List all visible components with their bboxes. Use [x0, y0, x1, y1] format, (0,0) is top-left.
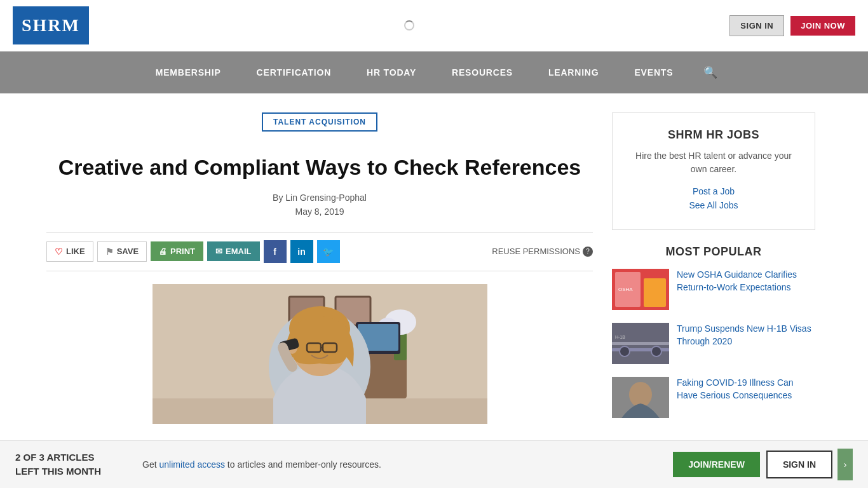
- sidebar: SHRM HR JOBS Hire the best HR talent or …: [612, 112, 815, 431]
- reuse-permissions[interactable]: REUSE PERMISSIONS ?: [492, 247, 593, 257]
- bottom-bar: 2 OF 3 ARTICLESLEFT THIS MONTH Get unlim…: [0, 440, 868, 488]
- bottom-bar-message: Get unlimited access to articles and mem…: [130, 459, 673, 470]
- header-actions: SIGN IN JOIN NOW: [729, 15, 855, 36]
- nav-item-hr-today[interactable]: HR TODAY: [349, 53, 434, 92]
- nav-item-events[interactable]: EVENTS: [616, 53, 691, 92]
- save-button[interactable]: ⚑ SAVE: [97, 241, 147, 262]
- linkedin-icon: in: [297, 247, 305, 257]
- main-content: TALENT ACQUISITION Creative and Complian…: [34, 93, 834, 450]
- like-label: LIKE: [66, 247, 85, 256]
- article-author: By Lin Grensing-Pophal: [46, 191, 593, 205]
- article-title: Creative and Compliant Ways to Check Ref…: [46, 154, 593, 180]
- logo-text: SHRM: [22, 15, 80, 36]
- collapse-bar-button[interactable]: ›: [837, 449, 853, 480]
- article-date: May 8, 2019: [46, 205, 593, 219]
- unlimited-access-link[interactable]: unlimited access: [159, 459, 225, 470]
- popular-thumb-3: [612, 377, 669, 418]
- post-job-link[interactable]: Post a Job: [628, 186, 799, 196]
- search-icon[interactable]: 🔍: [691, 51, 730, 93]
- article-meta: By Lin Grensing-Pophal May 8, 2019: [46, 191, 593, 219]
- nav-item-resources[interactable]: RESOURCES: [434, 53, 531, 92]
- bottom-bar-prefix: Get: [142, 459, 159, 470]
- thumb-image-1: OSHA: [612, 269, 669, 310]
- join-now-button[interactable]: JOIN NOW: [790, 16, 855, 36]
- bottom-sign-in-button[interactable]: SIGN IN: [766, 451, 832, 478]
- article-image: [153, 284, 487, 424]
- nav-item-learning[interactable]: LEARNING: [531, 53, 617, 92]
- twitter-share-button[interactable]: 🐦: [317, 240, 340, 263]
- nav-item-certification[interactable]: CERTIFICATION: [239, 53, 349, 92]
- bookmark-icon: ⚑: [105, 247, 114, 257]
- articles-remaining: 2 OF 3 ARTICLESLEFT THIS MONTH: [15, 451, 130, 478]
- svg-text:H-1B: H-1B: [615, 335, 625, 339]
- most-popular-title: MOST POPULAR: [612, 245, 815, 259]
- article-area: TALENT ACQUISITION Creative and Complian…: [46, 112, 593, 431]
- svg-rect-20: [644, 278, 666, 307]
- chevron-right-icon: ›: [844, 459, 847, 470]
- svg-point-25: [620, 346, 630, 356]
- email-button[interactable]: ✉ EMAIL: [207, 241, 259, 261]
- save-label: SAVE: [117, 247, 139, 256]
- bottom-bar-suffix: to articles and member-only resources.: [225, 459, 381, 470]
- bottom-bar-actions: JOIN/RENEW SIGN IN: [673, 451, 832, 478]
- email-label: EMAIL: [226, 247, 251, 256]
- help-icon: ?: [583, 247, 593, 257]
- page-header: SHRM SIGN IN JOIN NOW: [0, 0, 868, 51]
- twitter-icon: 🐦: [323, 247, 334, 257]
- see-all-jobs-link[interactable]: See All Jobs: [628, 200, 799, 210]
- popular-item-1: OSHA New OSHA Guidance Clarifies Return-…: [612, 269, 815, 310]
- print-label: PRINT: [170, 247, 195, 256]
- shrm-logo[interactable]: SHRM: [13, 6, 89, 44]
- popular-item-2: H-1B Trump Suspends New H-1B Visas Throu…: [612, 323, 815, 364]
- sidebar-jobs-desc: Hire the best HR talent or advance your …: [628, 149, 799, 176]
- article-tag[interactable]: TALENT ACQUISITION: [262, 112, 377, 132]
- loading-spinner: [404, 20, 414, 30]
- popular-thumb-2: H-1B: [612, 323, 669, 364]
- join-renew-button[interactable]: JOIN/RENEW: [673, 452, 760, 477]
- linkedin-share-button[interactable]: in: [290, 240, 313, 263]
- sidebar-jobs-title: SHRM HR JOBS: [628, 128, 799, 142]
- action-bar: ♡ LIKE ⚑ SAVE 🖨 PRINT ✉ EMAIL f in: [46, 232, 593, 271]
- facebook-icon: f: [273, 247, 276, 257]
- nav-items: MEMBERSHIP CERTIFICATION HR TODAY RESOUR…: [138, 51, 731, 93]
- article-image-inner: [153, 284, 487, 424]
- most-popular-section: MOST POPULAR OSHA New OSHA Guidance Clar…: [612, 245, 815, 418]
- print-button[interactable]: 🖨 PRINT: [151, 241, 203, 261]
- article-illustration: [153, 284, 487, 424]
- thumb-image-3: [612, 377, 669, 418]
- popular-item-3-title[interactable]: Faking COVID-19 Illness Can Have Serious…: [677, 377, 815, 402]
- popular-item-2-title[interactable]: Trump Suspends New H-1B Visas Through 20…: [677, 323, 815, 348]
- facebook-share-button[interactable]: f: [264, 240, 287, 263]
- popular-thumb-1: OSHA: [612, 269, 669, 310]
- heart-icon: ♡: [55, 247, 63, 257]
- sign-in-button[interactable]: SIGN IN: [729, 15, 784, 36]
- like-button[interactable]: ♡ LIKE: [46, 241, 93, 262]
- popular-item-3: Faking COVID-19 Illness Can Have Serious…: [612, 377, 815, 418]
- reuse-label: REUSE PERMISSIONS: [492, 247, 580, 256]
- thumb-image-2: H-1B: [612, 323, 669, 364]
- svg-text:OSHA: OSHA: [618, 287, 633, 292]
- sidebar-jobs-widget: SHRM HR JOBS Hire the best HR talent or …: [612, 112, 815, 230]
- nav-item-membership[interactable]: MEMBERSHIP: [138, 53, 239, 92]
- articles-count-text: 2 OF 3 ARTICLESLEFT THIS MONTH: [15, 451, 130, 478]
- print-icon: 🖨: [159, 247, 167, 256]
- svg-rect-23: [612, 342, 669, 345]
- popular-item-1-title[interactable]: New OSHA Guidance Clarifies Return-to-Wo…: [677, 269, 815, 294]
- main-nav: MEMBERSHIP CERTIFICATION HR TODAY RESOUR…: [0, 51, 868, 93]
- svg-point-26: [651, 346, 661, 356]
- articles-count-highlight: 2 OF 3 ARTICLESLEFT THIS MONTH: [15, 452, 101, 477]
- email-icon: ✉: [215, 247, 222, 256]
